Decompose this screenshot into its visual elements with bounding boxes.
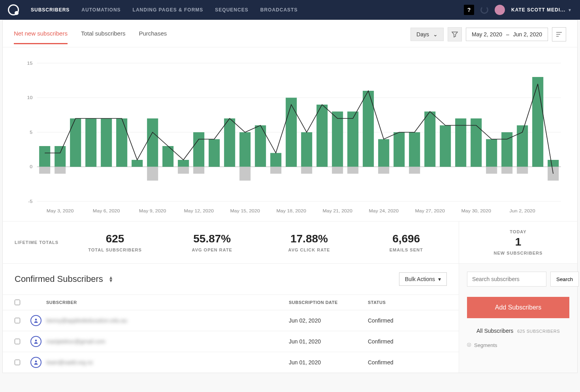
subscribers-chart: -5051015May 3, 2020May 6, 2020May 9, 202… (15, 59, 565, 217)
stat-cap: EMAILS SENT (365, 248, 447, 252)
svg-text:May 21, 2020: May 21, 2020 (322, 208, 352, 213)
date-separator: – (506, 31, 509, 38)
sort-icon (556, 32, 562, 37)
help-button[interactable]: ? (464, 5, 474, 15)
avatar[interactable] (495, 5, 505, 15)
granularity-label: Days (416, 31, 429, 38)
today-num: 1 (515, 236, 522, 248)
nav-subscribers[interactable]: SUBSCRIBERS (31, 0, 70, 21)
main-panel: Net new subscribers Total subscribers Pu… (2, 20, 578, 373)
subscription-status: Confirmed (368, 359, 447, 366)
sidebar-panel: Search Add Subscribers All Subscribers 6… (459, 264, 577, 373)
stat-emails-sent: 6,696 EMAILS SENT (365, 233, 447, 252)
nav-automations[interactable]: AUTOMATIONS (81, 0, 121, 20)
svg-rect-32 (332, 112, 343, 167)
svg-rect-52 (239, 167, 250, 181)
svg-rect-30 (301, 132, 312, 167)
chart-area: -5051015May 3, 2020May 6, 2020May 9, 202… (3, 47, 577, 221)
stat-num: 6,696 (365, 233, 447, 245)
stat-click-rate: 17.88% AVG CLICK RATE (269, 233, 350, 252)
granularity-select[interactable]: Days ⌄ (411, 28, 444, 41)
stat-num: 17.88% (269, 233, 350, 245)
svg-rect-50 (178, 167, 189, 174)
subtabs-right: Days ⌄ May 2, 2020 – Jun 2, 2020 (411, 27, 566, 47)
user-icon (30, 357, 41, 368)
nav-landing-pages[interactable]: LANDING PAGES & FORMS (133, 0, 203, 20)
search-button[interactable]: Search (550, 272, 579, 287)
sort-button[interactable] (552, 27, 566, 41)
svg-rect-61 (517, 167, 528, 174)
svg-point-74 (35, 319, 37, 321)
nav-broadcasts[interactable]: BROADCASTS (260, 0, 298, 20)
search-row: Search (467, 272, 569, 287)
svg-rect-25 (224, 118, 235, 167)
svg-rect-28 (270, 153, 281, 167)
segments-label: Segments (474, 342, 497, 348)
tab-net-new[interactable]: Net new subscribers (14, 30, 68, 44)
bottom-section: Confirmed Subscribers ▲▼ Bulk Actions ▾ … (3, 263, 577, 373)
subscription-status: Confirmed (368, 317, 447, 324)
subscription-status: Confirmed (368, 338, 447, 345)
row-checkbox[interactable] (15, 360, 20, 365)
row-checkbox[interactable] (15, 339, 20, 344)
subscribers-list: Confirmed Subscribers ▲▼ Bulk Actions ▾ … (3, 264, 459, 373)
segments-icon: ⦾ (467, 342, 471, 348)
table-header: SUBSCRIBER SUBSCRIPTION DATE STATUS (3, 294, 459, 310)
svg-rect-33 (347, 112, 358, 167)
table-row[interactable]: marijatekoc@gmail.com Jun 01, 2020 Confi… (3, 331, 459, 352)
all-subscribers-link[interactable]: All Subscribers 625 SUBSCRIBERS (467, 328, 569, 334)
row-checkbox[interactable] (15, 318, 20, 323)
table-row[interactable]: team@sadd.org.nz Jun 01, 2020 Confirmed (3, 352, 459, 373)
svg-rect-51 (193, 167, 204, 174)
svg-rect-54 (301, 167, 312, 174)
svg-rect-47 (39, 167, 50, 174)
stat-cap: TOTAL SUBSCRIBERS (74, 248, 156, 252)
caret-down-icon: ▾ (438, 276, 441, 282)
today-block: TODAY 1 NEW SUBSCRIBERS (459, 221, 577, 263)
nav-sequences[interactable]: SEQUENCES (215, 0, 248, 20)
sort-toggle[interactable]: ▲▼ (109, 276, 113, 282)
add-subscribers-button[interactable]: Add Subscribers (467, 297, 569, 318)
svg-rect-55 (332, 167, 343, 174)
svg-text:Jun 2, 2020: Jun 2, 2020 (510, 208, 536, 213)
date-range-picker[interactable]: May 2, 2020 – Jun 2, 2020 (466, 28, 548, 41)
svg-point-76 (35, 360, 37, 362)
chevron-down-icon: ⌄ (433, 31, 438, 38)
svg-text:May 18, 2020: May 18, 2020 (276, 208, 306, 213)
tab-purchases[interactable]: Purchases (139, 30, 167, 44)
col-subscriber: SUBSCRIBER (46, 300, 289, 305)
svg-rect-31 (316, 105, 328, 167)
stat-num: 625 (74, 233, 156, 245)
list-title: Confirmed Subscribers ▲▼ (15, 274, 113, 284)
svg-text:May 24, 2020: May 24, 2020 (369, 208, 399, 213)
loading-icon (480, 6, 488, 14)
filter-button[interactable] (448, 27, 462, 41)
top-navbar: SUBSCRIBERS AUTOMATIONS LANDING PAGES & … (0, 0, 580, 20)
svg-text:May 27, 2020: May 27, 2020 (415, 208, 445, 213)
table-row[interactable]: benny@appliededucation.edu.au Jun 02, 20… (3, 310, 459, 331)
subscriber-email: marijatekoc@gmail.com (46, 338, 289, 345)
tab-total[interactable]: Total subscribers (81, 30, 126, 44)
subtabs-row: Net new subscribers Total subscribers Pu… (3, 20, 577, 47)
select-all-checkbox[interactable] (15, 300, 20, 305)
svg-point-75 (35, 339, 37, 341)
col-date: SUBSCRIPTION DATE (289, 300, 368, 305)
search-input[interactable] (467, 272, 546, 287)
lifetime-totals: LIFETIME TOTALS 625 TOTAL SUBSCRIBERS 55… (3, 221, 577, 263)
user-icon (30, 315, 41, 326)
segments-row[interactable]: ⦾ Segments (467, 342, 569, 348)
subscription-date: Jun 01, 2020 (289, 359, 368, 366)
svg-rect-57 (378, 167, 389, 174)
svg-text:May 3, 2020: May 3, 2020 (47, 208, 74, 213)
logo-icon[interactable] (8, 4, 19, 15)
svg-rect-53 (270, 167, 281, 174)
bulk-actions-button[interactable]: Bulk Actions ▾ (399, 272, 447, 286)
svg-rect-19 (132, 160, 143, 167)
all-subs-count: 625 SUBSCRIBERS (517, 329, 560, 334)
svg-rect-22 (178, 160, 189, 167)
user-menu[interactable]: KATE SCOTT MEDI... ▼ (511, 7, 572, 13)
stat-cap: AVG OPEN RATE (171, 248, 253, 252)
svg-rect-13 (39, 146, 50, 167)
date-from: May 2, 2020 (472, 31, 502, 38)
col-status: STATUS (368, 300, 447, 305)
